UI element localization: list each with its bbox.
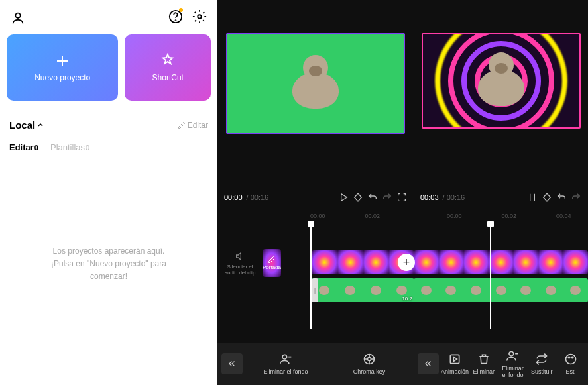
video-track[interactable]: [414, 278, 588, 302]
cover-thumb[interactable]: Portada: [263, 249, 281, 277]
settings-icon[interactable]: [192, 9, 207, 24]
tool-delete[interactable]: Eliminar: [471, 353, 497, 375]
undo-icon[interactable]: [556, 192, 567, 203]
tool-replace[interactable]: Sustituir: [528, 353, 555, 375]
clip-handle-left[interactable]: |: [312, 278, 318, 302]
tabs: Editar0 Plantillas0: [7, 142, 211, 152]
chevron-up-icon: [37, 122, 44, 129]
svg-point-11: [571, 357, 573, 358]
playhead[interactable]: [490, 223, 491, 329]
profile-icon[interactable]: [11, 11, 25, 25]
svg-point-4: [282, 355, 287, 359]
editor-panel-after: 00:03 / 00:16 00:0000:0200:04 Animación …: [414, 0, 588, 385]
pencil-icon: [178, 121, 186, 129]
new-project-label: Nuevo proyecto: [34, 73, 90, 82]
tool-remove-bg[interactable]: Eliminar el fondo: [245, 353, 326, 375]
redo-icon[interactable]: [382, 192, 392, 203]
tool-chroma-key[interactable]: Chroma key: [329, 353, 410, 375]
play-icon[interactable]: [338, 192, 349, 203]
transport-bar: 00:00 / 00:16: [217, 186, 414, 209]
empty-state: Los proyectos aparecerán aquí. ¡Pulsa en…: [7, 245, 211, 284]
svg-point-9: [566, 355, 576, 364]
preview-zone: [414, 0, 588, 186]
timeline[interactable]: Silenciar el audio del clip Portada + | …: [217, 223, 414, 329]
svg-point-2: [176, 20, 176, 21]
help-button[interactable]: [168, 9, 183, 27]
effect-track[interactable]: [414, 250, 588, 274]
top-bar: [7, 7, 211, 34]
tool-bar: Animación Eliminar Eliminar el fondo Sus…: [414, 343, 588, 385]
section-header: Local Editar: [7, 119, 211, 131]
tool-animation[interactable]: Animación: [441, 353, 468, 375]
person-remove-icon: [506, 349, 519, 362]
keyframe-icon[interactable]: [542, 192, 552, 203]
preview-frame[interactable]: [226, 33, 405, 134]
shortcut-label: ShortCut: [152, 73, 184, 82]
tab-editar[interactable]: Editar0: [9, 142, 38, 152]
tool-style[interactable]: Esti: [558, 353, 584, 375]
new-project-button[interactable]: Nuevo proyecto: [7, 34, 118, 101]
svg-point-8: [509, 351, 514, 356]
tool-remove-bg[interactable]: Eliminar el fondo: [500, 349, 526, 378]
undo-icon[interactable]: [367, 192, 378, 203]
keyframe-icon[interactable]: [353, 192, 363, 203]
add-clip-button[interactable]: +: [398, 254, 415, 271]
mute-clip-button[interactable]: Silenciar el audio del clip: [223, 251, 257, 276]
timeline-ruler: 00:0000:02: [217, 209, 414, 223]
edit-link[interactable]: Editar: [178, 121, 208, 130]
fullscreen-icon[interactable]: [396, 192, 407, 203]
tool-bar: Eliminar el fondo Chroma key: [217, 343, 414, 385]
preview-zone: [217, 0, 414, 186]
person-remove-icon: [279, 353, 292, 366]
playhead[interactable]: [310, 223, 312, 329]
time-total: / 00:16: [247, 193, 269, 201]
style-icon: [564, 353, 577, 366]
back-button[interactable]: [221, 353, 243, 374]
speaker-icon: [235, 251, 245, 262]
timeline-ruler: 00:0000:0200:04: [414, 209, 588, 223]
time-total: / 00:16: [443, 193, 465, 201]
timeline[interactable]: [414, 223, 588, 329]
animation-icon: [448, 353, 461, 366]
action-cards: Nuevo proyecto ShortCut: [7, 34, 211, 101]
chroma-icon: [363, 353, 376, 366]
tab-plantillas[interactable]: Plantillas0: [50, 142, 89, 152]
timeline-side-controls: Silenciar el audio del clip Portada: [223, 249, 281, 277]
editor-panel-before: 00:00 / 00:16 00:0000:02 Silenciar el au…: [217, 0, 414, 385]
dog-subject: [286, 54, 345, 113]
home-panel: Nuevo proyecto ShortCut Local Editar Edi…: [0, 0, 217, 385]
replace-icon: [535, 353, 548, 366]
redo-icon[interactable]: [571, 192, 581, 203]
plus-icon: [54, 53, 70, 69]
back-button[interactable]: [418, 353, 439, 374]
time-current: 00:00: [224, 193, 243, 201]
chevron-double-left-icon: [227, 359, 237, 368]
svg-point-10: [568, 357, 570, 358]
time-current: 00:03: [420, 193, 439, 201]
wand-icon: [160, 53, 176, 69]
section-title[interactable]: Local: [9, 119, 44, 131]
preview-frame[interactable]: [422, 33, 581, 129]
dog-subject: [471, 51, 531, 111]
trash-icon: [477, 353, 491, 366]
shortcut-button[interactable]: ShortCut: [125, 34, 211, 101]
clip-duration: 10.2: [402, 296, 412, 302]
chevron-double-left-icon: [424, 359, 433, 368]
pencil-icon: [268, 256, 276, 264]
svg-point-6: [368, 358, 371, 361]
svg-point-0: [15, 13, 20, 18]
svg-point-3: [198, 15, 202, 19]
video-track[interactable]: | 10.2: [312, 278, 414, 302]
notification-dot: [179, 8, 183, 12]
transport-bar: 00:03 / 00:16: [414, 186, 588, 209]
pause-icon[interactable]: [527, 192, 538, 203]
